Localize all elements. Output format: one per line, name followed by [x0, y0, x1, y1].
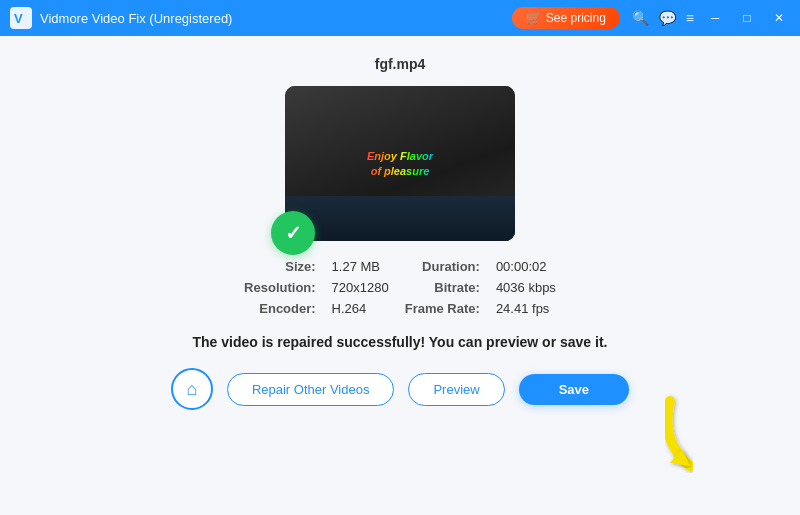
action-buttons: ⌂ Repair Other Videos Preview Save [171, 368, 629, 410]
success-message: The video is repaired successfully! You … [193, 334, 608, 350]
duration-label: Duration: [405, 259, 480, 274]
framerate-label: Frame Rate: [405, 301, 480, 316]
bitrate-label: Bitrate: [405, 280, 480, 295]
home-button[interactable]: ⌂ [171, 368, 213, 410]
arrow-annotation [640, 391, 740, 485]
cart-icon: 🛒 [526, 11, 541, 25]
close-button[interactable]: ✕ [768, 7, 790, 29]
resolution-value: 720x1280 [332, 280, 389, 295]
search-icon[interactable]: 🔍 [632, 10, 649, 26]
app-title: Vidmore Video Fix (Unregistered) [40, 11, 512, 26]
maximize-button[interactable]: □ [736, 7, 758, 29]
arrow-icon [640, 391, 740, 481]
video-thumbnail-container: Enjoy Flavorof pleasure ✓ [285, 86, 515, 241]
bitrate-value: 4036 kbps [496, 280, 556, 295]
main-content: fgf.mp4 Enjoy Flavorof pleasure ✓ Size: … [0, 36, 800, 515]
menu-icon[interactable]: ≡ [686, 10, 694, 26]
neon-sign-text: Enjoy Flavorof pleasure [367, 149, 433, 178]
minimize-button[interactable]: ─ [704, 7, 726, 29]
size-value: 1.27 MB [332, 259, 389, 274]
save-button[interactable]: Save [519, 374, 629, 405]
repair-other-videos-button[interactable]: Repair Other Videos [227, 373, 395, 406]
see-pricing-button[interactable]: 🛒 See pricing [512, 7, 620, 29]
home-icon: ⌂ [186, 379, 197, 400]
encoder-label: Encoder: [244, 301, 316, 316]
svg-marker-2 [670, 449, 690, 466]
svg-text:V: V [14, 11, 23, 26]
resolution-label: Resolution: [244, 280, 316, 295]
chat-icon[interactable]: 💬 [659, 10, 676, 26]
framerate-value: 24.41 fps [496, 301, 556, 316]
sofa-area [285, 196, 515, 241]
success-checkmark: ✓ [271, 211, 315, 255]
video-info-table: Size: 1.27 MB Duration: 00:00:02 Resolut… [244, 259, 556, 316]
file-name: fgf.mp4 [375, 56, 426, 72]
preview-button[interactable]: Preview [408, 373, 504, 406]
encoder-value: H.264 [332, 301, 389, 316]
window-controls: 🔍 💬 ≡ ─ □ ✕ [632, 7, 790, 29]
duration-value: 00:00:02 [496, 259, 556, 274]
size-label: Size: [244, 259, 316, 274]
title-bar: V Vidmore Video Fix (Unregistered) 🛒 See… [0, 0, 800, 36]
video-thumbnail: Enjoy Flavorof pleasure [285, 86, 515, 241]
app-logo: V [10, 7, 32, 29]
